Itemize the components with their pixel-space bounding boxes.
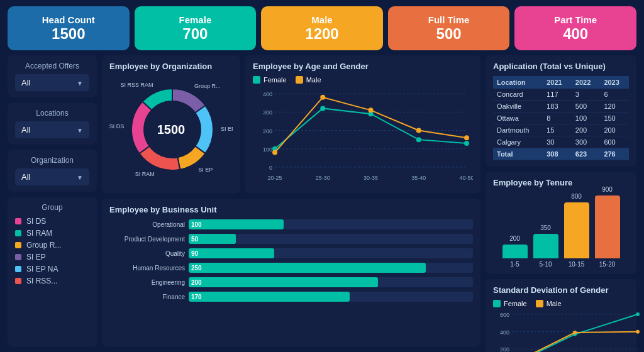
age-gender-chart: 010020030040020-2525-3030-3535-4040-50 (253, 87, 473, 185)
tenure-bar (502, 245, 528, 258)
group-label: Group (15, 203, 89, 212)
tenure-column: 900 15-20 (595, 186, 620, 268)
center-column: Employee by Organization Group R...SI EP… (102, 55, 480, 347)
bar-label: Finance (109, 294, 185, 300)
svg-point-23 (369, 107, 374, 113)
svg-point-44 (636, 330, 640, 334)
group-dot (15, 278, 21, 284)
std-dev-female-label: Female (504, 300, 527, 307)
app-table-panel: Application (Total vs Unique) Location20… (486, 55, 636, 167)
locations-label: Locations (15, 109, 89, 118)
female-legend-dot (253, 76, 260, 84)
app-table-title: Application (Total vs Unique) (493, 62, 629, 71)
bar-track: 200 (189, 277, 473, 287)
female-legend-label: Female (264, 76, 287, 84)
bar-label: Engineering (109, 279, 185, 286)
svg-text:SI RSS RAM: SI RSS RAM (120, 82, 153, 88)
org-donut-panel: Employee by Organization Group R...SI EP… (102, 55, 240, 194)
table-cell: 200 (600, 124, 629, 136)
table-cell: Dartmouth (493, 124, 543, 136)
tenure-value-label: 200 (509, 235, 520, 242)
table-total-cell: 308 (543, 148, 572, 160)
male-label: Male (311, 14, 332, 25)
table-cell: 150 (600, 113, 629, 124)
group-dot (15, 242, 21, 248)
age-gender-title: Employee by Age and Gender (253, 62, 473, 71)
svg-point-17 (320, 106, 325, 111)
std-dev-male-label: Male (547, 300, 562, 307)
female-card: Female 700 (135, 6, 257, 50)
bar-row: Engineering 200 (109, 277, 473, 287)
table-total-cell: 623 (572, 148, 601, 160)
svg-point-22 (320, 95, 325, 100)
group-dot (15, 266, 21, 272)
group-list-item: SI RSS... (15, 277, 89, 285)
female-value: 700 (182, 25, 208, 43)
bar-fill: 250 (189, 263, 426, 273)
svg-text:SI DS: SI DS (109, 123, 124, 129)
std-dev-male-dot (536, 300, 543, 307)
bar-track: 90 (189, 248, 473, 258)
tenure-column: 350 5-10 (533, 224, 558, 268)
table-row: Dartmouth15200200 (493, 124, 629, 136)
table-cell: Ottawa (493, 113, 543, 124)
locations-select[interactable]: All (15, 121, 89, 138)
table-cell: 600 (600, 136, 629, 148)
tenure-value-label: 350 (540, 224, 551, 231)
table-cell: 30 (543, 136, 572, 148)
table-total-cell: 276 (600, 148, 629, 160)
group-item-name: Group R... (26, 241, 61, 250)
bar-fill: 50 (189, 234, 236, 244)
part-time-value: 400 (563, 25, 588, 43)
group-list-item: SI RAM (15, 229, 89, 238)
table-row: Concard11736 (493, 89, 629, 101)
part-time-card: Part Time 400 (514, 6, 636, 50)
donut-center-value: 1500 (157, 123, 186, 137)
table-cell: 500 (572, 101, 601, 113)
female-label: Female (179, 14, 212, 25)
bar-fill: 200 (189, 277, 378, 287)
accepted-offers-select[interactable]: All (15, 74, 89, 91)
organization-label: Organization (15, 156, 89, 165)
accepted-offers-filter: Accepted Offers All (8, 55, 97, 97)
business-unit-chart: Operational 100 Product Development 50 Q… (109, 219, 473, 302)
bar-row: Finance 170 (109, 292, 473, 302)
group-box: Group SI DSSI RAMGroup R...SI EPSI EP NA… (8, 197, 97, 347)
right-column: Application (Total vs Unique) Location20… (486, 55, 636, 347)
tenure-bar (564, 202, 589, 258)
svg-point-41 (636, 312, 640, 316)
std-dev-chart: 0200400600202120222023 (493, 311, 644, 352)
group-item-name: SI RSS... (26, 277, 57, 285)
bar-label: Product Development (109, 236, 185, 243)
svg-text:SI RAM: SI RAM (135, 171, 155, 177)
tenure-column: 800 10-15 (564, 193, 589, 268)
table-cell: 300 (572, 136, 601, 148)
full-time-card: Full Time 500 (388, 6, 510, 50)
bar-track: 250 (189, 263, 473, 273)
org-donut-title: Employee by Organization (109, 62, 233, 71)
table-row: Oakville183500120 (493, 101, 629, 113)
std-dev-panel: Standard Deviation of Gender Female Male… (486, 279, 636, 352)
std-dev-female-legend: Female (493, 300, 527, 307)
tenure-range-label: 10-15 (569, 261, 585, 268)
table-cell: 100 (572, 113, 601, 124)
std-dev-legend: Female Male (493, 300, 629, 307)
svg-text:600: 600 (500, 312, 509, 318)
svg-text:0: 0 (269, 165, 272, 171)
svg-point-24 (416, 128, 421, 133)
group-item-name: SI EP (26, 253, 46, 261)
svg-text:400: 400 (263, 91, 272, 97)
age-gender-panel: Employee by Age and Gender Female Male 0… (245, 55, 480, 194)
table-cell: 3 (572, 89, 601, 101)
group-list-item: Group R... (15, 241, 89, 250)
app-table: Location202120222023Concard11736Oakville… (493, 76, 629, 160)
svg-text:400: 400 (500, 329, 509, 336)
table-header: 2023 (600, 76, 629, 89)
tenure-range-label: 15-20 (599, 261, 616, 268)
organization-select[interactable]: All (15, 168, 89, 185)
full-time-label: Full Time (428, 14, 470, 25)
organization-filter: Organization All (8, 150, 97, 192)
group-dot (15, 254, 21, 260)
table-row: Ottawa8100150 (493, 113, 629, 124)
svg-text:35-40: 35-40 (411, 175, 426, 181)
